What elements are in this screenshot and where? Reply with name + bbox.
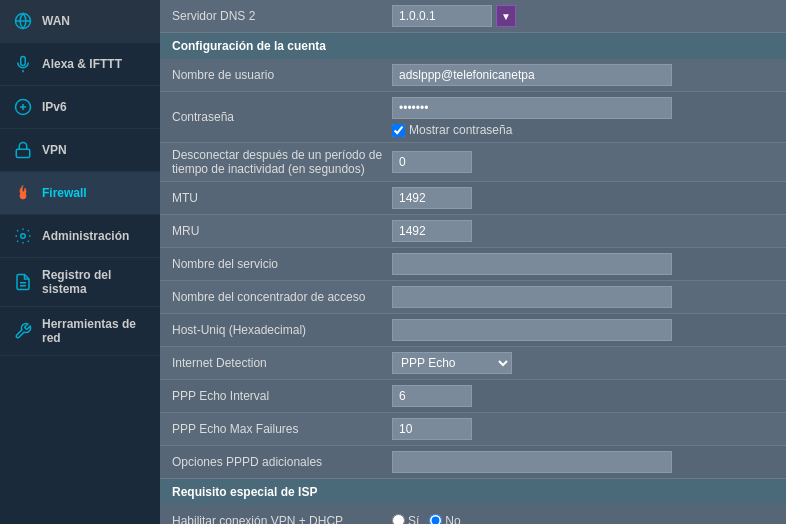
sidebar-item-log[interactable]: Registro del sistema xyxy=(0,258,160,307)
internet-detection-control: PPP Echo ARP Ping None xyxy=(392,352,774,374)
dns2-dropdown-button[interactable]: ▼ xyxy=(496,5,516,27)
internet-detection-row: Internet Detection PPP Echo ARP Ping Non… xyxy=(160,347,786,380)
svg-rect-2 xyxy=(21,57,26,66)
disconnect-input[interactable] xyxy=(392,151,472,173)
pppd-options-control xyxy=(392,451,774,473)
vpn-dhcp-no-label[interactable]: No xyxy=(429,514,460,525)
pppd-options-row: Opciones PPPD adicionales xyxy=(160,446,786,479)
gear-icon xyxy=(12,225,34,247)
sidebar-item-wan[interactable]: WAN xyxy=(0,0,160,43)
internet-detection-select[interactable]: PPP Echo ARP Ping None xyxy=(392,352,512,374)
doc-icon xyxy=(12,271,34,293)
vpn-dhcp-row: Habilitar conexión VPN + DHCP Sí No xyxy=(160,505,786,524)
service-name-label: Nombre del servicio xyxy=(172,257,392,271)
ppp-echo-max-control xyxy=(392,418,774,440)
username-row: Nombre de usuario xyxy=(160,59,786,92)
mru-input[interactable] xyxy=(392,220,472,242)
vpn-dhcp-label: Habilitar conexión VPN + DHCP xyxy=(172,514,392,525)
sidebar-item-admin-label: Administración xyxy=(42,229,129,243)
dns2-row: Servidor DNS 2 ▼ xyxy=(160,0,786,33)
username-label: Nombre de usuario xyxy=(172,68,392,82)
sidebar-item-firewall-label: Firewall xyxy=(42,186,87,200)
sidebar-item-wan-label: WAN xyxy=(42,14,70,28)
vpn-dhcp-control: Sí No xyxy=(392,514,774,525)
concentrator-control xyxy=(392,286,774,308)
concentrator-row: Nombre del concentrador de acceso xyxy=(160,281,786,314)
service-name-input[interactable] xyxy=(392,253,672,275)
sidebar-item-vpn[interactable]: VPN xyxy=(0,129,160,172)
username-control xyxy=(392,64,774,86)
wrench-icon xyxy=(12,320,34,342)
sidebar: WAN Alexa & IFTTT IPv6 VPN xyxy=(0,0,160,524)
concentrator-input[interactable] xyxy=(392,286,672,308)
pppd-options-label: Opciones PPPD adicionales xyxy=(172,455,392,469)
show-password-label[interactable]: Mostrar contraseña xyxy=(392,123,774,137)
host-uniq-row: Host-Uniq (Hexadecimal) xyxy=(160,314,786,347)
service-name-row: Nombre del servicio xyxy=(160,248,786,281)
sidebar-item-alexa[interactable]: Alexa & IFTTT xyxy=(0,43,160,86)
mtu-row: MTU xyxy=(160,182,786,215)
svg-point-6 xyxy=(21,234,26,239)
password-label: Contraseña xyxy=(172,110,392,124)
vpn-dhcp-no-radio[interactable] xyxy=(429,514,442,524)
disconnect-label: Desconectar después de un período de tie… xyxy=(172,148,392,176)
account-section-header: Configuración de la cuenta xyxy=(160,33,786,59)
ppp-echo-max-input[interactable] xyxy=(392,418,472,440)
sidebar-item-ipv6-label: IPv6 xyxy=(42,100,67,114)
disconnect-row: Desconectar después de un período de tie… xyxy=(160,143,786,182)
ppp-echo-max-label: PPP Echo Max Failures xyxy=(172,422,392,436)
vpn-dhcp-si-text: Sí xyxy=(408,514,419,525)
vpn-dhcp-si-radio[interactable] xyxy=(392,514,405,524)
mtu-label: MTU xyxy=(172,191,392,205)
password-row: Contraseña Mostrar contraseña xyxy=(160,92,786,143)
ppp-echo-interval-control xyxy=(392,385,774,407)
microphone-icon xyxy=(12,53,34,75)
isp-section-header: Requisito especial de ISP xyxy=(160,479,786,505)
ppp-echo-interval-input[interactable] xyxy=(392,385,472,407)
lock-icon xyxy=(12,139,34,161)
ppp-echo-interval-row: PPP Echo Interval xyxy=(160,380,786,413)
pppd-options-input[interactable] xyxy=(392,451,672,473)
sidebar-item-tools[interactable]: Herramientas de red xyxy=(0,307,160,356)
sidebar-item-vpn-label: VPN xyxy=(42,143,67,157)
mru-label: MRU xyxy=(172,224,392,238)
sidebar-item-log-label: Registro del sistema xyxy=(42,268,148,296)
svg-rect-5 xyxy=(16,149,30,157)
internet-detection-label: Internet Detection xyxy=(172,356,392,370)
vpn-dhcp-si-label[interactable]: Sí xyxy=(392,514,419,525)
host-uniq-control xyxy=(392,319,774,341)
ppp-echo-max-row: PPP Echo Max Failures xyxy=(160,413,786,446)
username-input[interactable] xyxy=(392,64,672,86)
vpn-dhcp-no-text: No xyxy=(445,514,460,525)
mtu-control xyxy=(392,187,774,209)
sidebar-item-tools-label: Herramientas de red xyxy=(42,317,148,345)
password-input[interactable] xyxy=(392,97,672,119)
sidebar-item-firewall[interactable]: Firewall xyxy=(0,172,160,215)
host-uniq-label: Host-Uniq (Hexadecimal) xyxy=(172,323,392,337)
globe2-icon xyxy=(12,96,34,118)
globe-icon xyxy=(12,10,34,32)
main-content: Servidor DNS 2 ▼ Configuración de la cue… xyxy=(160,0,786,524)
sidebar-item-admin[interactable]: Administración xyxy=(0,215,160,258)
fire-icon xyxy=(12,182,34,204)
service-name-control xyxy=(392,253,774,275)
host-uniq-input[interactable] xyxy=(392,319,672,341)
password-control: Mostrar contraseña xyxy=(392,97,774,137)
disconnect-control xyxy=(392,151,774,173)
dns2-control: ▼ xyxy=(392,5,774,27)
sidebar-item-alexa-label: Alexa & IFTTT xyxy=(42,57,122,71)
dns2-input[interactable] xyxy=(392,5,492,27)
dns2-label: Servidor DNS 2 xyxy=(172,9,392,23)
ppp-echo-interval-label: PPP Echo Interval xyxy=(172,389,392,403)
mru-row: MRU xyxy=(160,215,786,248)
concentrator-label: Nombre del concentrador de acceso xyxy=(172,290,392,304)
mru-control xyxy=(392,220,774,242)
mtu-input[interactable] xyxy=(392,187,472,209)
show-password-checkbox[interactable] xyxy=(392,124,405,137)
vpn-dhcp-radio-group: Sí No xyxy=(392,514,774,525)
sidebar-item-ipv6[interactable]: IPv6 xyxy=(0,86,160,129)
